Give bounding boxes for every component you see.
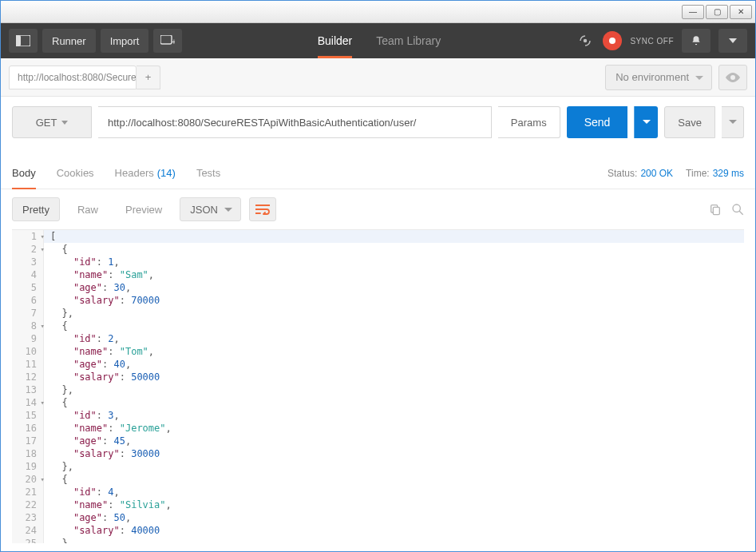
code-line: 24 "salary": 40000	[12, 524, 744, 537]
code-line: 11 "age": 40,	[12, 358, 744, 371]
view-raw-button[interactable]: Raw	[68, 197, 108, 221]
http-method-select[interactable]: GET	[12, 106, 92, 138]
svg-point-8	[733, 205, 740, 212]
svg-point-5	[609, 38, 615, 44]
tab-tests[interactable]: Tests	[196, 157, 220, 189]
new-window-button[interactable]: +	[153, 29, 182, 53]
code-line: 5 "age": 30,	[12, 281, 744, 294]
url-input[interactable]: http://localhost:8080/SecureRESTApiWithB…	[98, 106, 492, 138]
http-method-value: GET	[36, 117, 57, 129]
request-tab-strip: http://localhost:8080/Secure +	[9, 66, 160, 89]
notifications-button[interactable]	[682, 29, 710, 53]
code-line: 15 "id": 3,	[12, 409, 744, 422]
sidebar-toggle-button[interactable]	[9, 29, 38, 53]
code-line: 16 "name": "Jerome",	[12, 422, 744, 435]
code-line: 19 },	[12, 460, 744, 473]
settings-dropdown-button[interactable]	[718, 29, 747, 53]
code-line: 20 {	[12, 473, 744, 486]
code-line: 3 "id": 1,	[12, 256, 744, 268]
time-value: 329 ms	[713, 168, 744, 179]
svg-text:+: +	[172, 38, 175, 46]
request-tab[interactable]: http://localhost:8080/Secure	[9, 66, 137, 89]
tab-builder[interactable]: Builder	[318, 23, 353, 58]
view-pretty-button[interactable]: Pretty	[12, 197, 60, 221]
code-line: 23 "age": 50,	[12, 511, 744, 524]
request-builder: GET http://localhost:8080/SecureRESTApiW…	[1, 97, 755, 138]
save-dropdown-button[interactable]	[722, 106, 744, 138]
sync-status-icon[interactable]	[603, 31, 622, 50]
headers-count: (14)	[157, 167, 176, 179]
code-line: 14 {	[12, 396, 744, 409]
response-body-viewer[interactable]: 1[2 {3 "id": 1,4 "name": "Sam",5 "age": …	[12, 229, 744, 543]
tab-team-library[interactable]: Team Library	[376, 23, 441, 58]
code-line: 18 "salary": 30000	[12, 447, 744, 460]
params-button[interactable]: Params	[498, 106, 560, 138]
maximize-button[interactable]: ▢	[706, 5, 728, 19]
tab-headers[interactable]: Headers (14)	[115, 157, 176, 189]
code-line: 6 "salary": 70000	[12, 294, 744, 307]
code-line: 25 }	[12, 537, 744, 543]
tab-body[interactable]: Body	[12, 158, 36, 189]
svg-line-9	[739, 211, 743, 215]
code-line: 8 {	[12, 320, 744, 332]
copy-icon[interactable]	[709, 203, 722, 216]
environment-select[interactable]: No environment	[605, 65, 712, 90]
search-icon[interactable]	[731, 203, 744, 216]
body-view-toolbar: Pretty Raw Preview JSON	[1, 189, 755, 229]
format-select[interactable]: JSON	[180, 197, 241, 221]
code-line: 1[	[12, 230, 744, 243]
code-line: 9 "id": 2,	[12, 332, 744, 345]
line-wrap-button[interactable]	[249, 197, 276, 221]
status-label: Status:	[608, 168, 637, 179]
response-meta: Status:200 OK Time:329 ms	[608, 168, 744, 179]
minimize-button[interactable]: —	[682, 5, 704, 19]
runner-button[interactable]: Runner	[42, 29, 96, 53]
code-line: 22 "name": "Silvia",	[12, 498, 744, 511]
close-button[interactable]: ✕	[730, 5, 752, 19]
import-button[interactable]: Import	[101, 29, 149, 53]
code-line: 17 "age": 45,	[12, 435, 744, 447]
environment-quicklook-button[interactable]	[718, 65, 747, 90]
svg-rect-1	[16, 35, 21, 46]
save-button[interactable]: Save	[664, 106, 715, 138]
view-preview-button[interactable]: Preview	[116, 197, 172, 221]
send-dropdown-button[interactable]	[634, 106, 658, 138]
code-line: 4 "name": "Sam",	[12, 268, 744, 281]
main-nav: Builder Team Library	[187, 23, 571, 58]
code-line: 2 {	[12, 243, 744, 256]
tab-cookies[interactable]: Cookies	[57, 157, 94, 189]
interceptor-icon[interactable]	[576, 31, 595, 50]
code-line: 10 "name": "Tom",	[12, 345, 744, 358]
response-tabs: Body Cookies Headers (14) Tests Status:2…	[1, 157, 755, 189]
svg-rect-7	[713, 207, 719, 214]
code-line: 12 "salary": 50000	[12, 371, 744, 383]
svg-point-4	[584, 39, 588, 43]
code-line: 7 },	[12, 307, 744, 320]
status-value: 200 OK	[640, 168, 673, 179]
app-window: — ▢ ✕ Runner Import + Builder Team Libra…	[0, 0, 756, 552]
code-line: 13 },	[12, 383, 744, 396]
add-request-tab-button[interactable]: +	[137, 66, 160, 89]
code-line: 21 "id": 4,	[12, 486, 744, 498]
send-button[interactable]: Send	[567, 106, 628, 138]
sync-status-label: SYNC OFF	[630, 37, 674, 46]
time-label: Time:	[686, 168, 710, 179]
tab-headers-label: Headers	[115, 167, 154, 179]
app-toolbar: Runner Import + Builder Team Library SYN…	[1, 23, 755, 58]
environment-bar: http://localhost:8080/Secure + No enviro…	[1, 58, 755, 97]
os-titlebar: — ▢ ✕	[1, 1, 755, 23]
svg-rect-2	[160, 35, 172, 44]
